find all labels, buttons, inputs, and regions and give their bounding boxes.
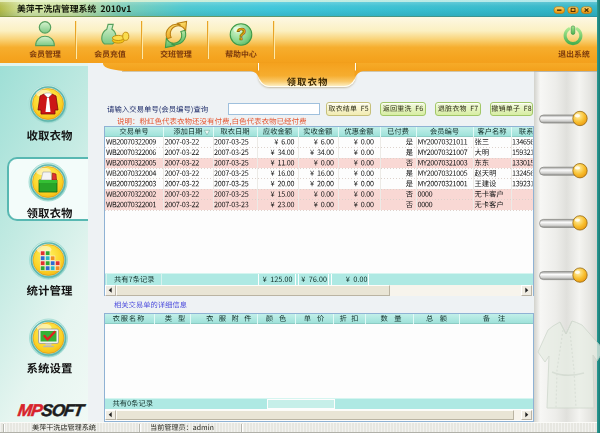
svg-text:?: ?: [236, 25, 246, 43]
